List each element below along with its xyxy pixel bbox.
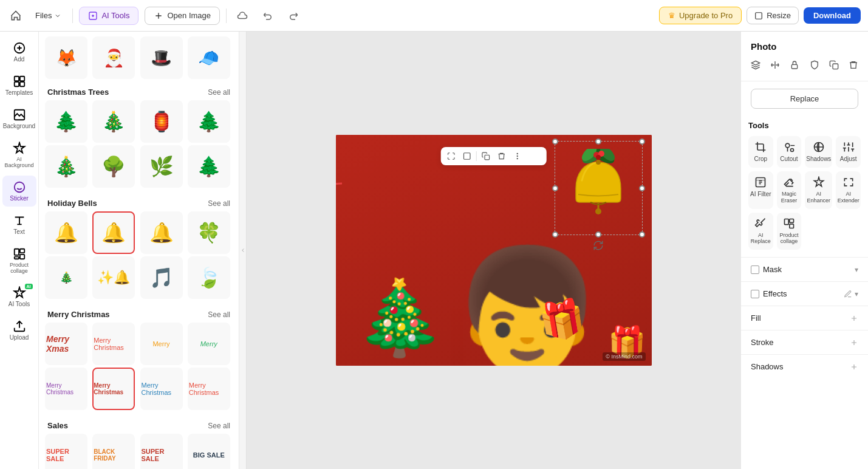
sticker-item[interactable]: 🌲 <box>45 100 87 143</box>
sticker-merry-3[interactable]: Merry <box>140 323 183 365</box>
sticker-item[interactable]: 🌲 <box>188 145 230 188</box>
christmas-trees-see-all[interactable]: See all <box>208 88 230 97</box>
svg-rect-5 <box>14 82 18 86</box>
files-menu[interactable]: Files <box>30 9 66 22</box>
sticker-item[interactable]: 🌳 <box>92 145 135 188</box>
sticker-bell-6[interactable]: ✨🔔 <box>92 256 135 299</box>
sticker-sale-3[interactable]: SUPER SALE <box>140 434 183 469</box>
save-cloud-button[interactable] <box>233 6 252 26</box>
sticker-resize-button[interactable] <box>444 149 457 163</box>
photo-mask-button[interactable] <box>807 56 822 74</box>
handle-top-left[interactable] <box>552 139 558 145</box>
tool-cutout[interactable]: Cutout <box>777 136 802 168</box>
panel-collapse-handle[interactable] <box>239 32 247 469</box>
tool-shadows[interactable]: Shadows <box>805 136 832 168</box>
sticker-merry-2[interactable]: Merry Christmas <box>92 323 135 365</box>
upgrade-button[interactable]: ♛ Upgrade to Pro <box>659 7 742 24</box>
nav-product-collage[interactable]: Product collage <box>2 242 36 279</box>
handle-middle-right[interactable] <box>639 185 645 191</box>
nav-templates[interactable]: Templates <box>2 70 36 101</box>
sticker-bell-2[interactable]: 🔔 <box>92 211 135 254</box>
sticker-sale-4[interactable]: BIG SALE <box>188 434 230 469</box>
sticker-copy-button[interactable] <box>479 149 492 163</box>
handle-top-right[interactable] <box>639 139 645 145</box>
mask-section[interactable]: Mask ▾ <box>741 257 868 281</box>
nav-text[interactable]: Text <box>2 209 36 240</box>
tool-ai-enhancer[interactable]: AI Enhancer <box>805 171 832 209</box>
sticker-merry-5[interactable]: Merry Christmas <box>45 368 87 410</box>
handle-top-center[interactable] <box>595 139 601 145</box>
tool-product-collage[interactable]: Product collage <box>777 213 802 250</box>
photo-lock-button[interactable] <box>787 56 802 74</box>
sticker-item[interactable]: 🎄 <box>45 145 87 188</box>
sticker-bell-1[interactable]: 🔔 <box>45 211 87 254</box>
sticker-merry-1[interactable]: Merry Xmas <box>45 323 87 365</box>
sticker-item[interactable]: 🧢 <box>188 36 230 79</box>
sticker-item[interactable]: 🎩 <box>140 36 183 79</box>
sticker-bell-8[interactable]: 🍃 <box>188 256 230 299</box>
resize-button[interactable]: Resize <box>747 7 799 24</box>
section-holiday-bells: Holiday Bells See all 🔔 🔔 🔔 🍀 🎄 ✨🔔 🎵 🍃 <box>39 193 239 299</box>
photo-duplicate-button[interactable] <box>827 56 841 74</box>
sticker-item[interactable]: 🎅 <box>92 36 135 79</box>
sticker-item[interactable]: 🌿 <box>140 145 183 188</box>
tool-adjust[interactable]: Adjust <box>836 136 861 168</box>
nav-add[interactable]: Add <box>2 36 36 67</box>
ai-tools-button[interactable]: AI Tools <box>79 7 138 25</box>
sticker-sale-2[interactable]: BLACK FRIDAY <box>92 434 135 469</box>
rotate-handle[interactable] <box>592 239 604 252</box>
handle-bottom-left[interactable] <box>552 231 558 238</box>
tools-label: Tools <box>748 116 861 130</box>
nav-background[interactable]: Background <box>2 103 36 134</box>
handle-middle-left[interactable] <box>552 185 558 191</box>
sticker-merry-8[interactable]: Merry Christmas <box>188 368 230 410</box>
photo-flip-button[interactable] <box>768 56 782 74</box>
sticker-bell-4[interactable]: 🍀 <box>188 211 230 254</box>
tool-ai-filter[interactable]: AI Filter <box>748 171 773 209</box>
tool-ai-replace[interactable]: AI Replace <box>748 213 773 250</box>
merry-christmas-see-all[interactable]: See all <box>208 310 230 319</box>
sticker-bell-3[interactable]: 🔔 <box>140 211 183 254</box>
photo-layers-button[interactable] <box>748 56 763 74</box>
redo-button[interactable] <box>284 6 303 26</box>
handle-bottom-center[interactable] <box>595 231 601 238</box>
open-image-button[interactable]: Open Image <box>145 7 220 25</box>
sticker-bell-7[interactable]: 🎵 <box>140 256 183 299</box>
sticker-bell-5[interactable]: 🎄 <box>45 256 87 299</box>
sticker-item[interactable]: 🏮 <box>140 100 183 143</box>
sticker-more-button[interactable] <box>510 149 524 163</box>
effects-section[interactable]: Effects ▾ <box>741 281 868 306</box>
fill-section[interactable]: Fill <box>741 306 868 330</box>
nav-ai-background[interactable]: AI Background <box>2 137 36 173</box>
sticker-delete-button[interactable] <box>494 149 508 163</box>
sticker-merry-6[interactable]: Merry Christmas <box>92 368 135 410</box>
shadows-section[interactable]: Shadows <box>741 354 868 378</box>
sticker-square-button[interactable] <box>460 149 473 163</box>
sticker-selection-box[interactable] <box>555 141 643 235</box>
sticker-merry-4[interactable]: Merry <box>188 323 230 365</box>
canvas-area: 🎄 👦 🎁 🎁 © InsMind.com <box>247 32 740 469</box>
sales-see-all[interactable]: See all <box>208 422 230 430</box>
sticker-item[interactable]: 🎄 <box>92 100 135 143</box>
tool-magic-eraser[interactable]: Magic Eraser <box>777 171 802 209</box>
stroke-section[interactable]: Stroke <box>741 330 868 354</box>
handle-bottom-right[interactable] <box>639 231 645 238</box>
topbar-divider2 <box>226 9 227 23</box>
nav-sticker[interactable]: Sticker <box>2 176 36 207</box>
sticker-merry-7[interactable]: Merry Christmas <box>140 368 183 410</box>
undo-button[interactable] <box>258 6 278 26</box>
holiday-bells-see-all[interactable]: See all <box>208 199 230 208</box>
replace-button[interactable]: Replace <box>751 89 858 109</box>
tool-crop[interactable]: Crop <box>748 136 773 168</box>
tool-ai-extender[interactable]: AI Extender <box>836 171 861 209</box>
home-button[interactable] <box>7 7 24 24</box>
nav-ai-tools[interactable]: AI Tools AI <box>2 281 36 312</box>
christmas-trees-header: Christmas Trees See all <box>39 81 239 100</box>
sticker-item[interactable]: 🦊 <box>45 36 87 79</box>
main-layout: Add Templates Background AI Background S… <box>0 32 868 469</box>
sticker-sale-1[interactable]: SUPER SALE <box>45 434 87 469</box>
nav-upload[interactable]: Upload <box>2 315 36 346</box>
sticker-item[interactable]: 🌲 <box>188 100 230 143</box>
download-button[interactable]: Download <box>804 7 861 24</box>
photo-delete-button[interactable] <box>846 56 861 74</box>
